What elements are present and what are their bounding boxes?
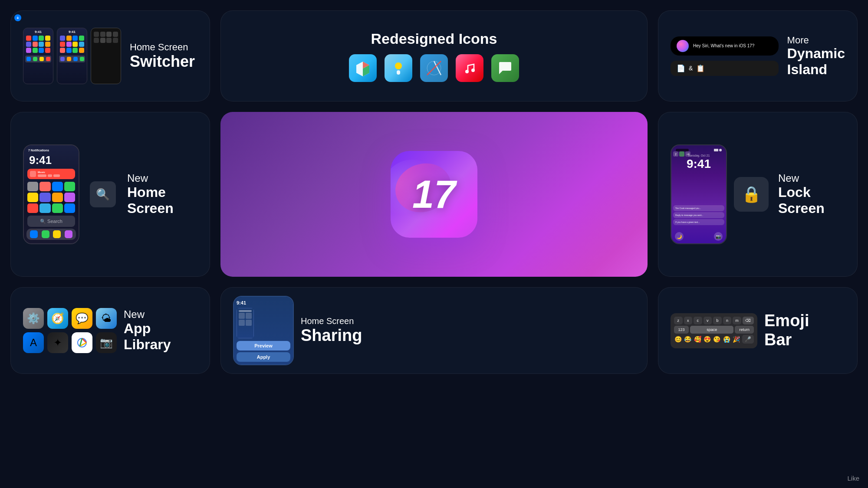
svg-point-9 (471, 69, 475, 72)
card-switcher: 9:41 (10, 10, 210, 102)
home-phone-time: 9:41 (26, 153, 76, 168)
lock-icon-card: 🔒 (734, 177, 769, 212)
phone2-time: 9:41 (59, 30, 85, 34)
svg-rect-4 (397, 70, 400, 75)
home-phone-mockup: 7 Notifications 9:41 Music (23, 144, 79, 244)
lock-symbol-icon: 🔒 (742, 185, 761, 203)
weather-icon (385, 54, 412, 82)
dynamic-docs: 📄 & 📋 (671, 61, 779, 76)
sharing-preview-btn[interactable]: Preview (237, 341, 290, 350)
app-library-icons: ⚙️ 🧭 💬 🌤 A ✦ 📷 (23, 308, 117, 353)
ios17-logo: 17 (391, 151, 477, 238)
key-z[interactable]: z (674, 317, 683, 324)
card-redesigned-icons: Redesigned Icons (220, 10, 648, 102)
phone-card-1: 9:41 (23, 28, 53, 84)
card-home-screen-sharing: 9:41 (220, 287, 648, 374)
switcher-label: Home Screen Switcher (130, 42, 195, 71)
maps-icon (349, 54, 377, 82)
app-icons-row (349, 54, 519, 82)
safari-icon (420, 54, 448, 82)
emoji-key-party[interactable]: 🎉 (733, 336, 740, 343)
dynamic-island-pill: Hey Siri, What's new in iOS 17? (671, 36, 779, 56)
key-c[interactable]: c (694, 317, 702, 324)
card-app-library: ⚙️ 🧭 💬 🌤 A ✦ 📷 New App Library (10, 287, 210, 374)
svg-line-6 (434, 61, 441, 75)
sharing-mini-screen-1 (237, 308, 254, 338)
keyboard-row-2: 123 space return (674, 326, 754, 334)
dynamic-island-label: More Dynamic Island (787, 35, 845, 78)
card-dynamic-island: Hey Siri, What's new in iOS 17? 📄 & 📋 Mo… (658, 10, 858, 102)
key-return[interactable]: return (735, 326, 754, 334)
messages-icon (491, 54, 519, 82)
home-search-btn[interactable]: 🔍 Search (27, 216, 75, 227)
lib-icon-ai: ✦ (47, 332, 68, 353)
emoji-key-kiss[interactable]: 😘 (713, 336, 721, 343)
app-library-label: New App Library (124, 308, 171, 352)
ios17-number: 17 (412, 172, 456, 217)
dynamic-island-content: Hey Siri, What's new in iOS 17? 📄 & 📋 (671, 36, 779, 76)
lib-icon-messages: 💬 (72, 308, 92, 329)
like-badge: Like (847, 475, 859, 482)
sharing-label: Home Screen Sharing (301, 316, 362, 345)
main-grid: 9:41 (0, 0, 868, 488)
siri-orb (677, 40, 689, 52)
lock-phone-mockup: Tuesday, Oct 21 9:41 2 +3 Tim Cook messa… (671, 144, 727, 244)
key-n[interactable]: n (723, 317, 732, 324)
emoji-keyboard: z x c v b n m ⌫ 123 space return 😊 😂 🥰 😍 (671, 313, 757, 348)
emoji-key-joy[interactable]: 😂 (684, 336, 691, 343)
card-lock-screen: Tuesday, Oct 21 9:41 2 +3 Tim Cook messa… (658, 112, 858, 277)
sharing-phone-time: 9:41 (237, 300, 290, 305)
phone-card-3: + (91, 28, 121, 84)
lib-icon-chrome (72, 332, 92, 353)
svg-point-3 (395, 62, 402, 69)
keyboard-row-1: z x c v b n m ⌫ (674, 317, 754, 324)
siri-text: Hey Siri, What's new in iOS 17? (693, 43, 754, 48)
lib-icon-settings: ⚙️ (23, 308, 44, 329)
switcher-phones: 9:41 (23, 28, 121, 84)
lib-icon-appstore: A (23, 332, 44, 353)
lock-screen-label: New Lock Screen (778, 172, 825, 216)
emoji-key-heart-eyes[interactable]: 🥰 (694, 336, 701, 343)
emoji-mic-btn[interactable]: 🎤 (742, 335, 754, 344)
key-v[interactable]: v (704, 317, 712, 324)
sharing-apply-btn[interactable]: Apply (237, 352, 290, 362)
lock-phone-time: 9:41 (674, 157, 723, 171)
emoji-key-cry[interactable]: 😭 (723, 336, 730, 343)
lib-icon-camera: 📷 (96, 332, 117, 353)
card-new-home-screen: 7 Notifications 9:41 Music (10, 112, 210, 277)
card-ios17-center: 17 (220, 112, 648, 277)
search-icon-standalone: 🔍 (90, 181, 116, 207)
key-b[interactable]: b (713, 317, 722, 324)
emoji-bar-label: Emoji Bar (764, 311, 809, 349)
key-backspace[interactable]: ⌫ (743, 317, 754, 324)
emoji-key-smiley[interactable]: 😊 (674, 336, 682, 343)
card-emoji-bar: z x c v b n m ⌫ 123 space return 😊 😂 🥰 😍 (658, 287, 858, 374)
phone-card-2: 9:41 (57, 28, 87, 84)
sharing-phone-mockup: 9:41 (233, 296, 294, 365)
emoji-bar-row: 😊 😂 🥰 😍 😘 😭 🎉 🎤 (674, 335, 754, 344)
emoji-key-heart-face[interactable]: 😍 (703, 336, 711, 343)
lock-notifications: Tim Cook messaged you... Reply to messag… (673, 205, 724, 226)
music-icon (456, 54, 483, 82)
key-x[interactable]: x (684, 317, 693, 324)
lib-icon-weather: 🌤 (96, 308, 117, 329)
svg-point-8 (465, 70, 469, 73)
lib-icon-safari: 🧭 (47, 308, 68, 329)
key-m[interactable]: m (733, 317, 741, 324)
key-123[interactable]: 123 (674, 326, 689, 334)
home-screen-label: New Home Screen (127, 172, 174, 216)
key-space[interactable]: space (690, 326, 733, 334)
icons-title: Redesigned Icons (371, 30, 497, 47)
phone1-time: 9:41 (25, 30, 51, 34)
home-phone-notif-count: 7 Notifications (28, 149, 49, 152)
